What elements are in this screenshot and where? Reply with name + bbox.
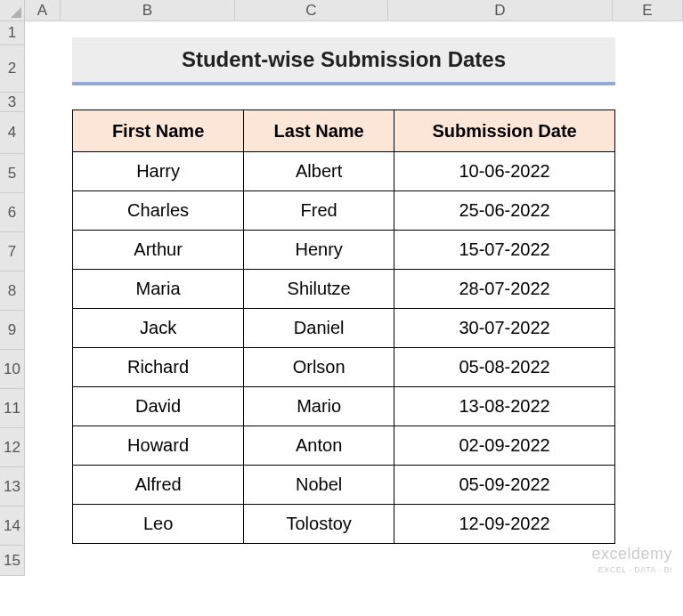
table-row: LeoTolostoy12-09-2022 — [73, 505, 615, 544]
cell-first[interactable]: Alfred — [73, 466, 244, 505]
watermark-brand: exceldemy — [591, 545, 672, 563]
spreadsheet-grid: A B C D E 1 2 3 4 5 6 7 8 9 10 11 12 13 … — [0, 0, 683, 576]
cell-last[interactable]: Albert — [244, 152, 394, 191]
cell-date[interactable]: 05-08-2022 — [394, 348, 615, 387]
col-header-E[interactable]: E — [613, 0, 683, 21]
row-header-14[interactable]: 14 — [0, 507, 25, 546]
watermark-tagline: EXCEL · DATA · BI — [598, 565, 672, 574]
row-header-11[interactable]: 11 — [0, 389, 25, 428]
cell-first[interactable]: Harry — [73, 152, 244, 191]
cell-last[interactable]: Daniel — [244, 309, 394, 348]
cell-last[interactable]: Mario — [244, 387, 394, 426]
row-header-4[interactable]: 4 — [0, 112, 25, 154]
cell-last[interactable]: Fred — [244, 191, 394, 231]
row-header-8[interactable]: 8 — [0, 272, 25, 311]
cell-date[interactable]: 12-09-2022 — [394, 505, 615, 544]
cell-last[interactable]: Orlson — [244, 348, 394, 387]
row-header-3[interactable]: 3 — [0, 93, 25, 112]
cell-first[interactable]: David — [73, 387, 244, 426]
cell-date[interactable]: 30-07-2022 — [394, 309, 615, 348]
table-row: MariaShilutze28-07-2022 — [73, 270, 615, 309]
row-header-5[interactable]: 5 — [0, 154, 25, 193]
row-header-12[interactable]: 12 — [0, 428, 25, 467]
worksheet-canvas[interactable]: Student-wise Submission Dates First Name… — [25, 21, 683, 576]
cell-date[interactable]: 02-09-2022 — [394, 426, 615, 466]
row-header-1[interactable]: 1 — [0, 21, 25, 45]
cell-first[interactable]: Howard — [73, 426, 244, 466]
page-title[interactable]: Student-wise Submission Dates — [72, 37, 615, 82]
th-last-name[interactable]: Last Name — [244, 110, 394, 152]
submission-table: First Name Last Name Submission Date Har… — [72, 109, 615, 544]
row-header-13[interactable]: 13 — [0, 467, 25, 507]
table-row: ArthurHenry15-07-2022 — [73, 231, 615, 270]
cell-date[interactable]: 13-08-2022 — [394, 387, 615, 426]
table-row: DavidMario13-08-2022 — [73, 387, 615, 426]
table-header-row: First Name Last Name Submission Date — [73, 110, 615, 152]
row-header-15[interactable]: 15 — [0, 546, 25, 576]
col-header-D[interactable]: D — [388, 0, 613, 21]
table-row: CharlesFred25-06-2022 — [73, 191, 615, 231]
cell-last[interactable]: Nobel — [244, 466, 394, 505]
cell-date[interactable]: 25-06-2022 — [394, 191, 615, 231]
cell-last[interactable]: Anton — [244, 426, 394, 466]
watermark: exceldemy EXCEL · DATA · BI — [591, 546, 672, 574]
title-underline — [72, 82, 615, 85]
table-row: AlfredNobel05-09-2022 — [73, 466, 615, 505]
select-all-corner[interactable] — [0, 0, 25, 21]
cell-last[interactable]: Tolostoy — [244, 505, 394, 544]
cell-date[interactable]: 05-09-2022 — [394, 466, 615, 505]
table-row: HarryAlbert10-06-2022 — [73, 152, 615, 191]
col-header-B[interactable]: B — [61, 0, 235, 21]
cell-first[interactable]: Jack — [73, 309, 244, 348]
table-row: HowardAnton02-09-2022 — [73, 426, 615, 466]
row-header-6[interactable]: 6 — [0, 193, 25, 232]
col-header-C[interactable]: C — [235, 0, 388, 21]
row-header-2[interactable]: 2 — [0, 45, 25, 93]
cell-last[interactable]: Shilutze — [244, 270, 394, 309]
row-header-10[interactable]: 10 — [0, 350, 25, 389]
cell-first[interactable]: Richard — [73, 348, 244, 387]
table-body: HarryAlbert10-06-2022CharlesFred25-06-20… — [73, 152, 615, 544]
cell-date[interactable]: 28-07-2022 — [394, 270, 615, 309]
table-row: JackDaniel30-07-2022 — [73, 309, 615, 348]
cell-date[interactable]: 15-07-2022 — [394, 231, 615, 270]
cell-date[interactable]: 10-06-2022 — [394, 152, 615, 191]
cell-first[interactable]: Charles — [73, 191, 244, 231]
cell-first[interactable]: Maria — [73, 270, 244, 309]
row-header-9[interactable]: 9 — [0, 311, 25, 350]
cell-last[interactable]: Henry — [244, 231, 394, 270]
table-row: RichardOrlson05-08-2022 — [73, 348, 615, 387]
col-header-A[interactable]: A — [25, 0, 61, 21]
row-header-7[interactable]: 7 — [0, 232, 25, 272]
th-submission-date[interactable]: Submission Date — [394, 110, 615, 152]
th-first-name[interactable]: First Name — [73, 110, 244, 152]
cell-first[interactable]: Leo — [73, 505, 244, 544]
cell-first[interactable]: Arthur — [73, 231, 244, 270]
